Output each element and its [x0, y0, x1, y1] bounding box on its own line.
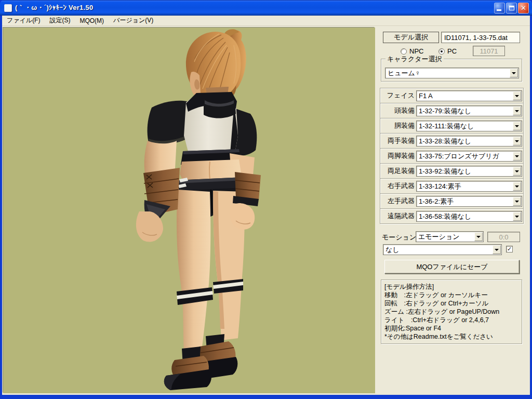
equip-combo-sub-weapon[interactable]: 1-36-2:素手 — [416, 196, 522, 207]
equip-row-face: フェイス F1 A — [380, 88, 524, 103]
animation-combo[interactable]: なし — [383, 244, 502, 255]
equip-row-ranged-weapon: 遠隔武器 1-36-58:装備なし — [380, 208, 524, 224]
close-button[interactable]: ✕ — [518, 3, 529, 14]
equip-label: 胴装備 — [380, 118, 415, 133]
chevron-down-icon[interactable] — [513, 197, 521, 206]
animation-combo-value: なし — [385, 245, 492, 255]
equip-combo-legs[interactable]: 1-33-75:ブロンズサブリガ — [416, 151, 522, 162]
app-icon — [4, 4, 12, 12]
chevron-down-icon[interactable] — [513, 122, 521, 130]
help-line: 回転 :右ドラッグ or Ctrl+カーソル — [384, 299, 518, 308]
chevron-down-icon[interactable] — [513, 107, 521, 115]
equip-row-body: 胴装備 1-32-111:装備なし — [380, 118, 524, 134]
chevron-down-icon[interactable] — [493, 245, 501, 254]
motion-label: モーション — [382, 233, 416, 242]
equip-label: 両手装備 — [380, 134, 415, 148]
character-combo-value: ヒューム♀ — [388, 68, 509, 78]
help-line: 移動 :左ドラッグ or カーソルキー — [384, 291, 518, 299]
equip-combo-head[interactable]: 1-32-79:装備なし — [416, 105, 522, 116]
chevron-down-icon[interactable] — [513, 91, 521, 100]
help-line: 初期化:Space or F4 — [384, 324, 518, 332]
window-title: (｀・ω・´)ｼｬｷｰﾝ Ver1.50 — [15, 3, 494, 12]
chevron-down-icon[interactable] — [510, 69, 518, 77]
radio-pc-label: PC — [447, 47, 457, 55]
client-area: モデル選択 ID11071, 1-33-75.dat NPC PC 11071 … — [2, 26, 530, 395]
equip-row-feet: 両足装備 1-33-92:装備なし — [380, 163, 524, 179]
menu-file[interactable]: ファイル(F) — [2, 15, 45, 26]
control-panel: モデル選択 ID11071, 1-33-75.dat NPC PC 11071 … — [378, 27, 529, 393]
character-select-label: キャラクター選択 — [385, 55, 444, 63]
maximize-button[interactable] — [506, 3, 517, 14]
equip-label: 左手武器 — [380, 194, 415, 208]
character-select-group: キャラクター選択 ヒューム♀ — [381, 59, 522, 82]
radio-npc-label: NPC — [409, 47, 423, 55]
equip-row-head: 頭装備 1-32-79:装備なし — [380, 103, 524, 118]
menu-bar: ファイル(F) 設定(S) MQO(M) バージョン(V) — [2, 16, 530, 26]
equip-label: 遠隔武器 — [380, 209, 415, 223]
help-line: ライト :Ctrl+右ドラッグ or 2,4,6,7 — [384, 316, 518, 324]
character-model — [3, 28, 375, 393]
model-select-button[interactable]: モデル選択 — [383, 32, 439, 43]
menu-settings[interactable]: 設定(S) — [45, 15, 75, 26]
equip-label: 両脚装備 — [380, 149, 415, 163]
chevron-down-icon[interactable] — [513, 212, 521, 221]
equip-combo-hands[interactable]: 1-33-28:装備なし — [416, 136, 522, 147]
equipment-rows: フェイス F1 A 頭装備 1-32-79:装備なし 胴装備 1-32-111:… — [380, 88, 524, 224]
help-line: *その他はReadme.txtをご覧ください — [384, 332, 518, 341]
equip-row-legs: 両脚装備 1-33-75:ブロンズサブリガ — [380, 148, 524, 164]
animation-checkbox[interactable]: ✓ — [506, 246, 513, 252]
menu-version[interactable]: バージョン(V) — [109, 15, 158, 26]
equip-label: フェイス — [380, 88, 415, 103]
equip-label: 両足装備 — [380, 164, 415, 178]
radio-npc[interactable]: NPC — [401, 47, 423, 55]
radio-pc-circle[interactable] — [438, 48, 445, 55]
help-line: ズーム :左右ドラッグ or PageUP/Down — [384, 308, 518, 316]
chevron-down-icon[interactable] — [513, 167, 521, 176]
chevron-down-icon[interactable] — [513, 152, 521, 161]
radio-npc-circle[interactable] — [401, 48, 407, 55]
chevron-down-icon[interactable] — [474, 232, 483, 241]
help-box: [モデル操作方法] 移動 :左ドラッグ or カーソルキー 回転 :右ドラッグ … — [381, 280, 522, 344]
equip-label: 右手武器 — [380, 179, 415, 193]
character-combo[interactable]: ヒューム♀ — [385, 68, 519, 78]
motion-combo[interactable]: エモーション — [416, 231, 484, 242]
chevron-down-icon[interactable] — [513, 137, 521, 145]
minimize-icon — [497, 9, 501, 11]
equip-combo-face[interactable]: F1 A — [416, 90, 522, 101]
save-mqo-button[interactable]: MQOファイルにセーブ — [384, 260, 520, 274]
model-file-field: ID11071, 1-33-75.dat — [441, 32, 520, 43]
equip-combo-ranged-weapon[interactable]: 1-36-58:装備なし — [416, 211, 522, 222]
equip-combo-body[interactable]: 1-32-111:装備なし — [416, 121, 522, 131]
equip-combo-feet[interactable]: 1-33-92:装備なし — [416, 166, 522, 177]
equip-label: 頭装備 — [380, 103, 415, 118]
equip-combo-main-weapon[interactable]: 1-33-124:素手 — [416, 181, 522, 192]
minimize-button[interactable] — [494, 3, 505, 14]
motion-frame-field: 0:0 — [487, 232, 520, 242]
maximize-icon — [509, 6, 514, 10]
chevron-down-icon[interactable] — [513, 182, 521, 191]
help-line: [モデル操作方法] — [384, 283, 518, 291]
equip-row-sub-weapon: 左手武器 1-36-2:素手 — [380, 193, 524, 209]
equip-row-main-weapon: 右手武器 1-33-124:素手 — [380, 178, 524, 194]
title-bar[interactable]: (｀・ω・´)ｼｬｷｰﾝ Ver1.50 ✕ — [0, 0, 532, 16]
equip-row-hands: 両手装備 1-33-28:装備なし — [380, 133, 524, 149]
radio-pc[interactable]: PC — [438, 47, 457, 55]
model-viewport[interactable] — [3, 27, 375, 393]
motion-combo-value: エモーション — [418, 232, 474, 242]
close-icon: ✕ — [521, 5, 526, 11]
model-id-field[interactable]: 11071 — [473, 46, 505, 56]
menu-mqo[interactable]: MQO(M) — [75, 16, 109, 25]
